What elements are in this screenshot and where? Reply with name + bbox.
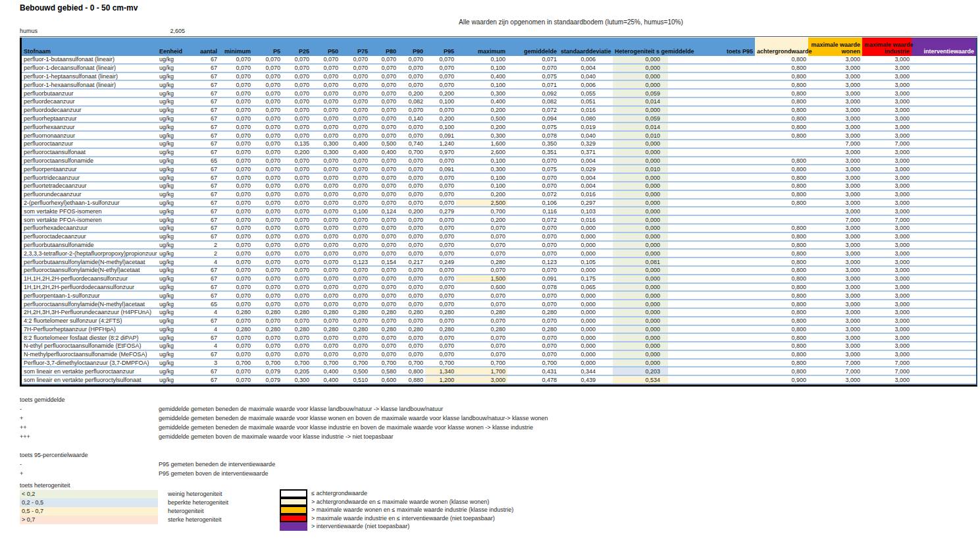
cell-ind[interactable]: 3,000 <box>862 165 912 174</box>
cell-n[interactable]: 65 <box>192 157 219 166</box>
cell-ind[interactable]: 3,000 <box>862 81 912 90</box>
cell-p95[interactable]: 0,070 <box>425 56 456 65</box>
cell-min[interactable]: 0,070 <box>219 258 253 267</box>
cell-toets_p95[interactable] <box>668 73 755 82</box>
cell-max[interactable]: 1,600 <box>456 140 507 149</box>
cell-p95[interactable]: 0,070 <box>425 284 456 292</box>
cell-toets_p95[interactable] <box>668 233 755 242</box>
cell-name[interactable]: som vertakte PFOA-isomeren <box>22 216 157 225</box>
cell-p95[interactable]: 0,070 <box>425 233 456 242</box>
cell-p90[interactable]: 0,070 <box>398 242 425 250</box>
cell-toets_p95[interactable] <box>668 309 755 317</box>
cell-sd[interactable]: 0,004 <box>559 65 613 73</box>
cell-p95[interactable]: 0,100 <box>425 98 456 107</box>
cell-unit[interactable]: ug/kg <box>157 360 192 368</box>
cell-p95[interactable]: 0,280 <box>425 326 456 335</box>
cell-iw[interactable] <box>912 115 976 124</box>
cell-name[interactable]: perfluorhexadecaanzuur <box>22 225 157 233</box>
cell-p95[interactable]: 0,070 <box>425 182 456 191</box>
cell-n[interactable]: 2 <box>192 250 219 258</box>
cell-min[interactable]: 0,070 <box>219 90 253 98</box>
cell-p80[interactable]: 0,070 <box>370 250 398 258</box>
cell-p90[interactable]: 0,070 <box>398 81 425 90</box>
cell-p90[interactable]: 0,070 <box>398 165 425 174</box>
cell-agw[interactable]: 0,800 <box>755 107 808 115</box>
cell-avg[interactable]: 0,116 <box>507 207 559 216</box>
cell-p95[interactable]: 0,070 <box>425 342 456 351</box>
cell-p80[interactable]: 0,070 <box>370 98 398 107</box>
cell-ind[interactable]: 3,000 <box>862 149 912 157</box>
cell-toets_p95[interactable] <box>668 132 755 140</box>
cell-p5[interactable]: 0,700 <box>253 360 282 368</box>
cell-sd[interactable]: 0,000 <box>559 351 613 360</box>
cell-agw[interactable]: 0,800 <box>755 351 808 360</box>
cell-het[interactable]: 0,000 <box>613 284 668 292</box>
cell-n[interactable]: 67 <box>192 174 219 182</box>
cell-agw[interactable] <box>755 149 808 157</box>
cell-het[interactable]: 0,000 <box>613 275 668 284</box>
cell-unit[interactable]: ug/kg <box>157 300 192 309</box>
cell-min[interactable]: 0,070 <box>219 207 253 216</box>
cell-n[interactable]: 67 <box>192 81 219 90</box>
cell-p75[interactable]: 0,070 <box>340 182 370 191</box>
cell-sd[interactable]: 0,105 <box>559 258 613 267</box>
cell-iw[interactable] <box>912 107 976 115</box>
cell-p5[interactable]: 0,070 <box>253 174 282 182</box>
cell-iw[interactable] <box>912 140 976 149</box>
cell-p80[interactable]: 0,070 <box>370 300 398 309</box>
cell-p5[interactable]: 0,070 <box>253 200 282 208</box>
cell-n[interactable]: 67 <box>192 200 219 208</box>
cell-agw[interactable]: 0,800 <box>755 65 808 73</box>
cell-iw[interactable] <box>912 360 976 368</box>
cell-agw[interactable]: 0,800 <box>755 90 808 98</box>
cell-het[interactable]: 0,000 <box>613 81 668 90</box>
cell-min[interactable]: 0,280 <box>219 326 253 335</box>
cell-min[interactable]: 0,070 <box>219 115 253 124</box>
cell-n[interactable]: 67 <box>192 225 219 233</box>
cell-iw[interactable] <box>912 250 976 258</box>
col-header-iw[interactable]: interventiewaarde <box>912 38 976 56</box>
cell-het[interactable]: 0,000 <box>613 207 668 216</box>
cell-max[interactable]: 0,280 <box>456 258 507 267</box>
cell-toets_p95[interactable] <box>668 115 755 124</box>
cell-p5[interactable]: 0,070 <box>253 342 282 351</box>
cell-avg[interactable]: 0,082 <box>507 98 559 107</box>
cell-p25[interactable]: 0,280 <box>282 326 311 335</box>
cell-p80[interactable]: 0,070 <box>370 242 398 250</box>
cell-toets_p95[interactable] <box>668 149 755 157</box>
cell-p25[interactable]: 0,070 <box>282 250 311 258</box>
col-header-ind[interactable]: maximale waardeindustrie <box>862 38 912 56</box>
cell-unit[interactable]: ug/kg <box>157 267 192 275</box>
cell-p75[interactable]: 0,070 <box>340 98 370 107</box>
cell-p75[interactable]: 0,100 <box>340 207 370 216</box>
cell-avg[interactable]: 0,070 <box>507 267 559 275</box>
cell-het[interactable]: 0,000 <box>613 292 668 300</box>
cell-won[interactable]: 3,000 <box>808 174 862 182</box>
cell-unit[interactable]: ug/kg <box>157 317 192 326</box>
cell-p50[interactable]: 0,070 <box>311 250 340 258</box>
cell-p90[interactable]: 0,082 <box>398 98 425 107</box>
cell-p80[interactable]: 0,154 <box>370 258 398 267</box>
cell-het[interactable]: 0,000 <box>613 200 668 208</box>
cell-iw[interactable] <box>912 258 976 267</box>
cell-unit[interactable]: ug/kg <box>157 56 192 65</box>
cell-p25[interactable]: 0,070 <box>282 207 311 216</box>
cell-n[interactable]: 67 <box>192 351 219 360</box>
cell-avg[interactable]: 0,075 <box>507 165 559 174</box>
cell-unit[interactable]: ug/kg <box>157 275 192 284</box>
cell-agw[interactable]: 0,800 <box>755 334 808 342</box>
cell-p75[interactable]: 0,070 <box>340 292 370 300</box>
cell-p75[interactable]: 0,070 <box>340 90 370 98</box>
cell-p80[interactable]: 0,070 <box>370 200 398 208</box>
cell-agw[interactable]: 0,800 <box>755 132 808 140</box>
cell-ind[interactable]: 3,000 <box>862 191 912 200</box>
cell-p50[interactable]: 0,070 <box>311 334 340 342</box>
cell-toets_p95[interactable] <box>668 326 755 335</box>
cell-p80[interactable]: 0,400 <box>370 149 398 157</box>
cell-iw[interactable] <box>912 216 976 225</box>
cell-avg[interactable]: 0,070 <box>507 292 559 300</box>
cell-het[interactable]: 0,000 <box>613 242 668 250</box>
cell-sd[interactable]: 0,040 <box>559 132 613 140</box>
cell-p95[interactable]: 1,240 <box>425 140 456 149</box>
cell-unit[interactable]: ug/kg <box>157 367 192 376</box>
